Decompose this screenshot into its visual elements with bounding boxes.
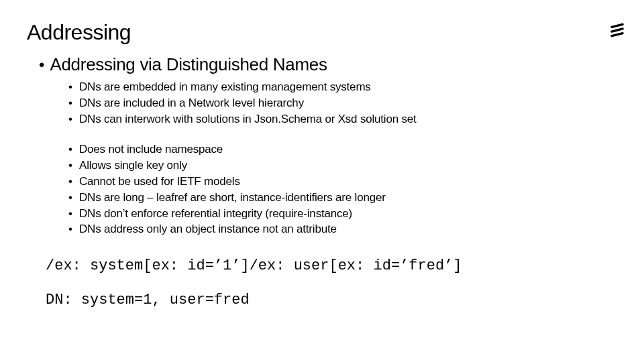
list-item: Does not include namespace — [68, 141, 617, 158]
svg-rect-1 — [610, 27, 624, 33]
slide: Addressing • Addressing via Distinguishe… — [0, 0, 644, 362]
svg-rect-0 — [610, 23, 624, 28]
slide-subtitle: Addressing via Distinguished Names — [50, 54, 327, 75]
list-item: DNs don’t enforce referential integrity … — [68, 206, 617, 222]
bullet-dot-icon: • — [39, 57, 44, 73]
code-example-dn: DN: system=1, user=fred — [46, 292, 617, 308]
list-item: DNs can interwork with solutions in Json… — [68, 111, 617, 127]
bullet-list-a: DNs are embedded in many existing manage… — [68, 79, 617, 127]
subtitle-row: • Addressing via Distinguished Names — [39, 54, 617, 75]
list-item: DNs are embedded in many existing manage… — [68, 79, 617, 95]
svg-rect-2 — [610, 32, 624, 38]
list-item: DNs are included in a Network level hier… — [68, 95, 617, 111]
list-item: Allows single key only — [68, 158, 617, 174]
code-example-xpath: /ex: system[ex: id=’1’]/ex: user[ex: id=… — [46, 257, 617, 274]
slide-title: Addressing — [27, 20, 617, 45]
bullet-list-b: Does not include namespace Allows single… — [68, 141, 617, 237]
list-item: Cannot be used for IETF models — [68, 174, 617, 190]
ericsson-logo-icon — [610, 23, 624, 38]
list-item: DNs address only an object instance not … — [68, 221, 617, 237]
list-item: DNs are long – leafref are short, instan… — [68, 190, 617, 206]
